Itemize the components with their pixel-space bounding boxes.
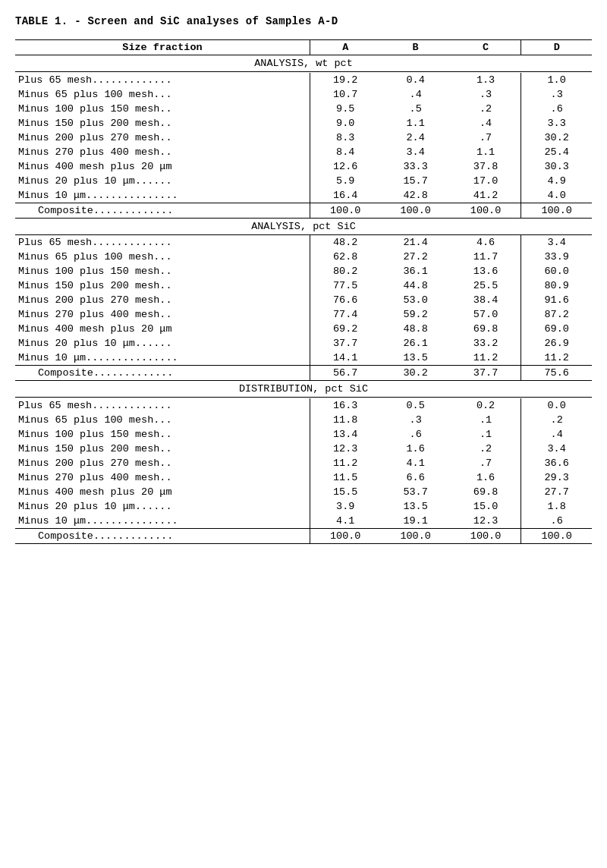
col-header-c: C bbox=[451, 40, 521, 55]
table-row: Minus 150 plus 200 mesh..77.544.825.580.… bbox=[15, 278, 592, 293]
composite-row-0: Composite.............100.0100.0100.0100… bbox=[15, 203, 592, 218]
table-row: Minus 65 plus 100 mesh...62.827.211.733.… bbox=[15, 250, 592, 264]
table-row: Minus 100 plus 150 mesh..13.4.6.1.4 bbox=[15, 427, 592, 442]
col-header-a: A bbox=[310, 40, 380, 55]
table-row: Plus 65 mesh.............16.30.50.20.0 bbox=[15, 398, 592, 413]
table-row: Minus 100 plus 150 mesh..9.5.5.2.6 bbox=[15, 102, 592, 116]
composite-row-1: Composite.............56.730.237.775.6 bbox=[15, 366, 592, 381]
table-row: Minus 20 plus 10 μm......3.913.515.01.8 bbox=[15, 499, 592, 514]
table-row: Minus 20 plus 10 μm......5.915.717.04.9 bbox=[15, 174, 592, 188]
composite-row-2: Composite.............100.0100.0100.0100… bbox=[15, 528, 592, 543]
table-row: Plus 65 mesh.............48.221.44.63.4 bbox=[15, 235, 592, 250]
table-row: Minus 10 μm...............14.113.511.211… bbox=[15, 351, 592, 366]
table-row: Minus 200 plus 270 mesh..8.32.4.730.2 bbox=[15, 131, 592, 145]
table-row: Minus 200 plus 270 mesh..76.653.038.491.… bbox=[15, 293, 592, 307]
section-header-2: DISTRIBUTION, pct SiC bbox=[15, 381, 592, 398]
table-row: Minus 270 plus 400 mesh..77.459.257.087.… bbox=[15, 307, 592, 322]
table-row: Plus 65 mesh.............19.20.41.31.0 bbox=[15, 73, 592, 87]
table-row: Minus 270 plus 400 mesh..8.43.41.125.4 bbox=[15, 145, 592, 159]
table-row: Minus 200 plus 270 mesh..11.24.1.736.6 bbox=[15, 456, 592, 470]
table-row: Minus 65 plus 100 mesh...11.8.3.1.2 bbox=[15, 413, 592, 427]
main-table: Size fraction A B C D ANALYSIS, wt pctPl… bbox=[15, 39, 592, 544]
page-title: TABLE 1. - Screen and SiC analyses of Sa… bbox=[15, 15, 592, 27]
table-row: Minus 400 mesh plus 20 μm15.553.769.827.… bbox=[15, 485, 592, 499]
col-header-b: B bbox=[381, 40, 451, 55]
column-header-row: Size fraction A B C D bbox=[15, 40, 592, 55]
section-header-1: ANALYSIS, pct SiC bbox=[15, 218, 592, 234]
section-header-0: ANALYSIS, wt pct bbox=[15, 55, 592, 72]
table-row: Minus 270 plus 400 mesh..11.56.61.629.3 bbox=[15, 470, 592, 485]
col-header-size-fraction: Size fraction bbox=[15, 40, 310, 55]
table-row: Minus 20 plus 10 μm......37.726.133.226.… bbox=[15, 336, 592, 351]
table-row: Minus 100 plus 150 mesh..80.236.113.660.… bbox=[15, 264, 592, 278]
table-row: Minus 10 μm...............16.442.841.24.… bbox=[15, 188, 592, 203]
table-row: Minus 65 plus 100 mesh...10.7.4.3.3 bbox=[15, 87, 592, 102]
table-row: Minus 10 μm...............4.119.112.3.6 bbox=[15, 514, 592, 529]
table-row: Minus 400 mesh plus 20 μm69.248.869.869.… bbox=[15, 322, 592, 336]
col-header-d: D bbox=[521, 40, 592, 55]
table-row: Minus 400 mesh plus 20 μm12.633.337.830.… bbox=[15, 159, 592, 174]
table-row: Minus 150 plus 200 mesh..12.31.6.23.4 bbox=[15, 442, 592, 456]
table-row: Minus 150 plus 200 mesh..9.01.1.43.3 bbox=[15, 116, 592, 131]
